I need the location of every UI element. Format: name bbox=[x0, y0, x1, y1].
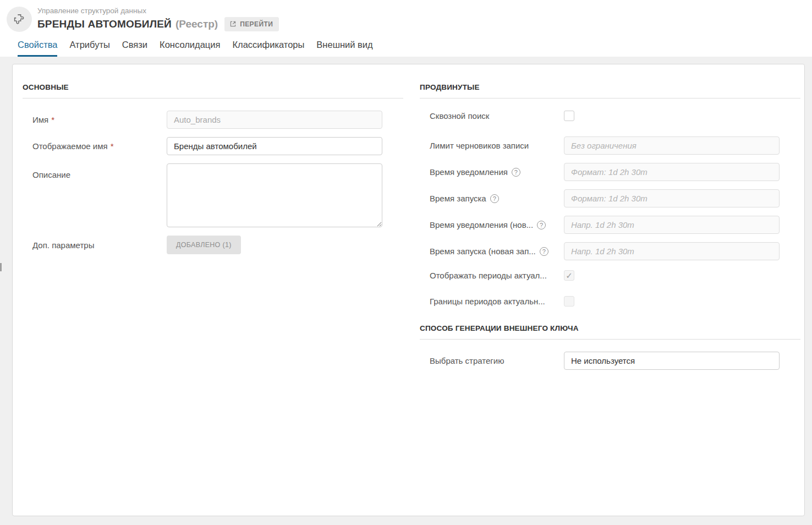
notify-time-new-label: Время уведомления (нов... ? bbox=[420, 220, 564, 229]
strategy-label: Выбрать стратегию bbox=[420, 356, 564, 365]
extra-params-label: Доп. параметры bbox=[23, 240, 167, 250]
extra-params-row: Доп. параметры ДОБАВЛЕНО (1) bbox=[23, 236, 403, 254]
tab-consolidation[interactable]: Консолидация bbox=[160, 40, 220, 57]
advanced-section-heading: ПРОДВИНУТЫЕ bbox=[420, 83, 800, 91]
go-button-label: ПЕРЕЙТИ bbox=[240, 20, 273, 28]
name-input[interactable] bbox=[167, 111, 382, 129]
content-area: ОСНОВНЫЕ Имя * Отображаемое имя * bbox=[0, 64, 812, 525]
strategy-value: Не используется bbox=[571, 356, 635, 365]
checkmark-icon: ✓ bbox=[566, 271, 573, 280]
help-icon[interactable]: ? bbox=[490, 194, 499, 203]
through-search-checkbox[interactable] bbox=[564, 111, 574, 121]
tab-attributes[interactable]: Атрибуты bbox=[69, 40, 109, 57]
strategy-select[interactable]: Не используется bbox=[564, 352, 780, 370]
go-button[interactable]: ПЕРЕЙТИ bbox=[224, 17, 279, 31]
page-title: БРЕНДЫ АВТОМОБИЛЕЙ bbox=[37, 18, 172, 30]
draft-limit-label: Лимит черновиков записи bbox=[420, 141, 564, 150]
header: Управление структурой данных БРЕНДЫ АВТО… bbox=[0, 0, 812, 57]
period-bounds-label: Границы периодов актуальн... bbox=[420, 297, 564, 306]
name-label: Имя * bbox=[23, 115, 167, 124]
advanced-section: ПРОДВИНУТЫЕ Сквозной поиск Лимит чернови… bbox=[420, 83, 800, 307]
period-bounds-row: Границы периодов актуальн... bbox=[420, 296, 800, 307]
key-generation-heading: СПОСОБ ГЕНЕРАЦИИ ВНЕШНЕГО КЛЮЧА bbox=[420, 324, 800, 332]
show-periods-checkbox[interactable]: ✓ bbox=[564, 270, 574, 281]
through-search-label: Сквозной поиск bbox=[420, 111, 564, 121]
tab-properties[interactable]: Свойства bbox=[18, 40, 57, 57]
help-icon[interactable]: ? bbox=[537, 221, 546, 229]
tab-appearance[interactable]: Внешний вид bbox=[316, 40, 372, 57]
extra-params-button[interactable]: ДОБАВЛЕНО (1) bbox=[167, 236, 241, 254]
launch-time-new-input[interactable] bbox=[564, 242, 780, 260]
key-generation-section: СПОСОБ ГЕНЕРАЦИИ ВНЕШНЕГО КЛЮЧА Выбрать … bbox=[420, 324, 800, 370]
draft-limit-input[interactable] bbox=[564, 136, 780, 155]
launch-time-input[interactable] bbox=[564, 189, 780, 207]
description-textarea[interactable] bbox=[167, 163, 382, 227]
notify-time-new-input[interactable] bbox=[564, 216, 780, 234]
external-link-icon bbox=[229, 20, 237, 28]
divider bbox=[420, 339, 800, 340]
display-name-row: Отображаемое имя * bbox=[23, 137, 403, 155]
period-bounds-checkbox[interactable] bbox=[564, 296, 574, 307]
notify-time-new-row: Время уведомления (нов... ? bbox=[420, 216, 800, 234]
help-icon[interactable]: ? bbox=[540, 247, 548, 256]
through-search-row: Сквозной поиск bbox=[420, 111, 800, 121]
launch-time-row: Время запуска ? bbox=[420, 189, 800, 207]
tab-bar: Свойства Атрибуты Связи Консолидация Кла… bbox=[7, 32, 812, 57]
divider bbox=[23, 98, 403, 99]
page: Управление структурой данных БРЕНДЫ АВТО… bbox=[0, 0, 812, 525]
advanced-pane: ПРОДВИНУТЫЕ Сквозной поиск Лимит чернови… bbox=[420, 83, 800, 516]
display-name-input[interactable] bbox=[167, 137, 382, 155]
divider bbox=[420, 98, 800, 99]
strategy-row: Выбрать стратегию Не используется bbox=[420, 352, 800, 370]
properties-card: ОСНОВНЫЕ Имя * Отображаемое имя * bbox=[12, 64, 805, 516]
display-name-label: Отображаемое имя * bbox=[23, 141, 167, 151]
left-scrollbar-fragment[interactable] bbox=[0, 263, 2, 271]
basic-section-heading: ОСНОВНЫЕ bbox=[23, 83, 403, 91]
notify-time-label: Время уведомления ? bbox=[420, 167, 564, 177]
tab-relations[interactable]: Связи bbox=[122, 40, 147, 57]
description-row: Описание bbox=[23, 163, 403, 227]
help-icon[interactable]: ? bbox=[512, 168, 520, 177]
breadcrumb: Управление структурой данных bbox=[37, 7, 279, 16]
notify-time-input[interactable] bbox=[564, 163, 780, 181]
name-row: Имя * bbox=[23, 111, 403, 129]
show-periods-row: Отображать периоды актуал... ✓ bbox=[420, 270, 800, 281]
launch-time-new-row: Время запуска (новая зап... ? bbox=[420, 242, 800, 260]
page-subtitle: (Реестр) bbox=[175, 18, 218, 30]
draft-limit-row: Лимит черновиков записи bbox=[420, 136, 800, 155]
required-marker: * bbox=[111, 141, 114, 151]
tab-classifiers[interactable]: Классификаторы bbox=[232, 40, 304, 57]
launch-time-new-label: Время запуска (новая зап... ? bbox=[420, 247, 564, 256]
basic-section: ОСНОВНЫЕ Имя * Отображаемое имя * bbox=[23, 83, 403, 516]
required-marker: * bbox=[51, 115, 54, 124]
notify-time-row: Время уведомления ? bbox=[420, 163, 800, 181]
description-label: Описание bbox=[23, 163, 167, 179]
launch-time-label: Время запуска ? bbox=[420, 194, 564, 203]
puzzle-icon bbox=[7, 7, 32, 32]
show-periods-label: Отображать периоды актуал... bbox=[420, 271, 564, 280]
